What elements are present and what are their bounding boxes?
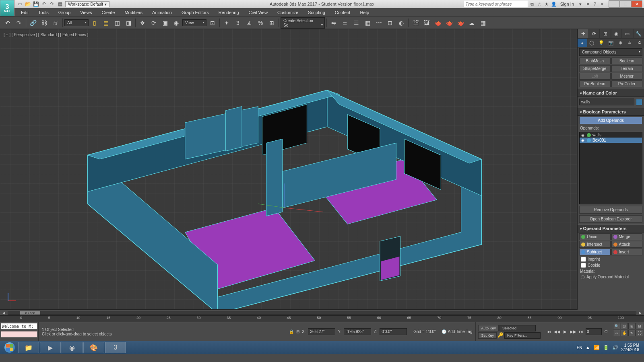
tab-display[interactable]: ▭ [622,29,633,39]
link-button[interactable]: 🔗 [28,18,38,28]
track-prev-icon[interactable]: ◀ [2,311,5,315]
terrain-button[interactable]: Terrain [611,65,643,72]
remove-operands-button[interactable]: Remove Operands [579,206,642,214]
goto-end-button[interactable]: ⏭ [578,329,585,335]
chevron-down2-icon[interactable]: ▾ [599,1,605,7]
add-time-tag[interactable]: Add Time Tag [448,329,473,334]
subtab-cameras[interactable]: 📷 [606,39,616,47]
selection-filter-dropdown[interactable]: All [64,19,89,26]
menu-modifiers[interactable]: Modifiers [120,10,147,15]
project-icon[interactable]: ▤ [56,1,64,7]
chevron-down-icon[interactable]: ▾ [577,1,584,7]
3dsmax-taskbar-button[interactable]: 3 [105,342,126,353]
operand-row[interactable]: ◉walls [580,132,642,138]
select-object-button[interactable]: ▯ [89,18,100,28]
percent-snap-button[interactable]: % [255,18,266,28]
open-icon[interactable]: 📂 [24,1,31,7]
placement-button[interactable]: ◉ [171,18,182,28]
add-operands-button[interactable]: Add Operands [579,117,642,124]
prev-frame-button[interactable]: ◀◀ [553,329,561,335]
star-icon[interactable]: ☆ [536,1,543,7]
boolean-button[interactable]: Boolean [611,58,643,64]
redo-icon[interactable]: ↷ [48,1,56,7]
menu-civil-view[interactable]: Civil View [244,10,272,15]
menu-group[interactable]: Group [54,10,76,15]
y-input[interactable] [344,328,371,335]
timeline-ruler[interactable]: 0510152025303540455055606570758085909510… [0,315,644,322]
setkey-button[interactable]: Set Key [478,332,497,339]
zoom-all-button[interactable]: ⊡ [621,323,628,329]
time-slider[interactable]: 0 / 100 [8,311,636,315]
close-button[interactable]: ✕ [631,0,642,8]
toggle-ribbon-button[interactable]: ▦ [362,18,373,28]
render-setup-button[interactable]: 🎬 [410,18,421,28]
cookie-checkbox[interactable] [581,263,586,268]
play-button[interactable]: ▶ [561,329,569,335]
schematic-button[interactable]: ⊡ [385,18,395,28]
render-gallery-button[interactable]: ▦ [478,18,488,28]
current-frame-input[interactable] [586,328,602,335]
undo-button[interactable]: ↶ [2,18,13,28]
exchange-icon[interactable]: ✕ [584,1,591,7]
help-search-input[interactable] [464,1,528,7]
zoom-extents-button[interactable]: ⊞ [628,323,636,329]
blobmesh-button[interactable]: BlobMesh [579,58,611,64]
zoom-extents-all-button[interactable]: ⊟ [636,323,643,329]
visibility-icon[interactable]: ◉ [581,138,585,142]
paint-taskbar-button[interactable]: 🎨 [83,342,104,353]
apply-material-radio[interactable] [581,275,585,279]
angle-snap-button[interactable]: ∡ [244,18,254,28]
menu-create[interactable]: Create [97,10,120,15]
unlink-button[interactable]: ⛓ [39,18,50,28]
material-editor-button[interactable]: ◐ [396,18,407,28]
tab-hierarchy[interactable]: ⊞ [600,29,611,39]
clock[interactable]: 1:55 PM2/24/2018 [621,343,640,352]
menu-edit[interactable]: Edit [16,10,33,15]
bind-button[interactable]: ≋ [50,18,61,28]
pan-button[interactable]: ✋ [621,330,628,336]
open-boolean-explorer-button[interactable]: Open Boolean Explorer [579,215,642,223]
visibility-icon[interactable]: ◉ [581,133,585,137]
rotate-button[interactable]: ⟳ [149,18,159,28]
menu-rendering[interactable]: Rendering [214,10,244,15]
named-selection-dropdown[interactable]: Create Selection Se [281,17,325,29]
explorer-taskbar-button[interactable]: 📁 [18,342,39,353]
maximize-viewport-button[interactable]: ⛶ [636,330,643,336]
rollout-boolean-parameters[interactable]: Boolean Parameters [578,108,644,116]
render-prod-button[interactable]: 🫖 [444,18,454,28]
align-button[interactable]: ≣ [340,18,350,28]
key-mode-dropdown[interactable]: Selected [500,325,536,331]
timetag-icon[interactable]: 🕐 [442,329,446,334]
subtab-systems[interactable]: ✲ [634,39,644,47]
chrome-taskbar-button[interactable]: ◉ [62,342,83,353]
tab-motion[interactable]: ◉ [611,29,622,39]
autokey-button[interactable]: Auto Key [478,325,499,331]
fov-button[interactable]: ▱ [613,330,620,336]
start-button[interactable] [2,342,18,353]
render-frame-button[interactable]: 🖼 [421,18,432,28]
subtab-helpers[interactable]: ⊕ [615,39,625,47]
window-crossing-button[interactable]: ◨ [123,18,134,28]
render-iter-button[interactable]: 🫖 [455,18,466,28]
menu-animation[interactable]: Animation [147,10,177,15]
tab-utilities[interactable]: 🔧 [633,29,644,39]
shapemerge-button[interactable]: ShapeMerge [579,65,611,72]
x-input[interactable] [308,328,335,335]
tab-modify[interactable]: ⟳ [589,29,600,39]
goto-start-button[interactable]: ⏮ [545,329,553,335]
mirror-button[interactable]: ⇋ [328,18,339,28]
media-player-taskbar-button[interactable]: ▶ [40,342,61,353]
render-online-button[interactable]: ☁ [466,18,477,28]
attach-button[interactable]: Attach [611,241,643,248]
zoom-button[interactable]: 🔍 [613,323,620,329]
key-filters-dropdown[interactable]: Key Filters... [504,332,541,339]
keyfilter-icon[interactable]: 🔑 [497,332,504,339]
menu-graph-editors[interactable]: Graph Editors [177,10,214,15]
maxscript-output[interactable] [1,331,37,337]
new-icon[interactable]: ▭ [16,1,23,7]
select-name-button[interactable]: ▤ [101,18,111,28]
menu-scripting[interactable]: Scripting [303,10,330,15]
maximize-button[interactable]: ☐ [620,0,631,8]
lang-indicator[interactable]: EN [577,346,582,350]
menu-tools[interactable]: Tools [33,10,54,15]
